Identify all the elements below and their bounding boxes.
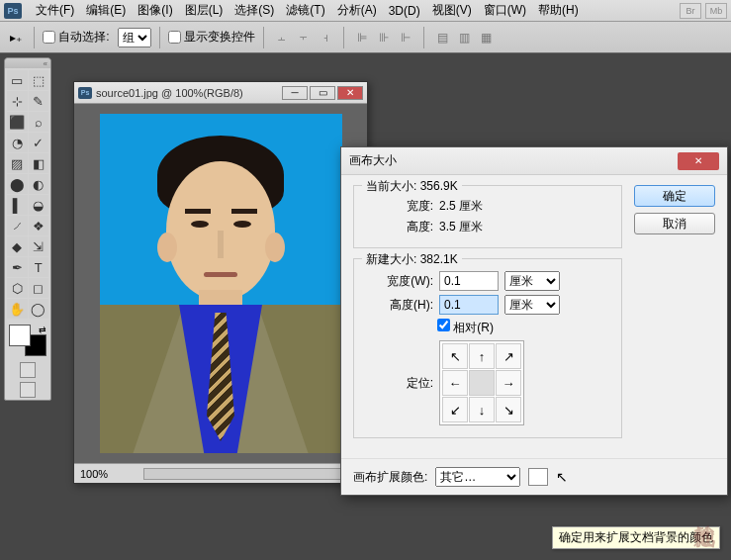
menu-image[interactable]: 图像(I) [132,2,178,19]
new-width-input[interactable] [439,271,499,291]
document-canvas[interactable] [74,104,367,463]
swap-colors-icon[interactable]: ⇄ [39,325,46,334]
dialog-title: 画布大小 [349,152,678,169]
tool-18[interactable]: ✒ [7,257,28,277]
color-swatch[interactable]: ⇄ [9,325,46,356]
auto-select-type[interactable]: 组 [118,28,151,47]
menu-edit[interactable]: 编辑(E) [80,2,132,19]
cursor-icon: ↖ [556,469,568,485]
tool-14[interactable]: ⟋ [7,216,28,235]
anchor-label: 定位: [364,375,433,392]
tool-8[interactable]: ▨ [7,153,28,173]
distrib-icons[interactable]: ⊫⊪⊩ [352,28,415,47]
document-titlebar[interactable]: Ps source01.jpg @ 100%(RGB/8) ─ ▭ ✕ [74,82,367,104]
menu-view[interactable]: 视图(V) [426,2,478,19]
tool-21[interactable]: ◻ [29,278,49,298]
window-minimize[interactable]: ─ [282,86,308,100]
bridge-button[interactable]: Br [680,3,701,19]
width-unit-select[interactable]: 厘米 [504,271,560,291]
current-size-legend: 当前大小: 356.9K [362,178,462,195]
new-width-label: 宽度(W): [364,273,433,290]
tool-11[interactable]: ◐ [29,174,49,194]
anchor-widget[interactable]: ↖↑↗ ←→ ↙↓↘ [439,340,524,425]
current-size-group: 当前大小: 356.9K 宽度:2.5 厘米 高度:3.5 厘米 [353,185,622,248]
tool-1[interactable]: ⬚ [29,70,49,90]
relative-checkbox[interactable]: 相对(R) [437,319,494,336]
ok-button[interactable]: 确定 [634,185,715,207]
canvas-size-dialog: 画布大小 ✕ 当前大小: 356.9K 宽度:2.5 厘米 高度:3.5 厘米 … [340,146,728,496]
panel-grip[interactable]: « [5,58,50,68]
window-maximize[interactable]: ▭ [310,86,335,100]
document-title: source01.jpg @ 100%(RGB/8) [96,87,280,99]
menu-layer[interactable]: 图层(L) [179,2,229,19]
tool-22[interactable]: ✋ [7,299,28,319]
tool-6[interactable]: ◔ [7,133,28,152]
dialog-close[interactable]: ✕ [678,152,719,170]
menubar: Ps 文件(F) 编辑(E) 图像(I) 图层(L) 选择(S) 滤镜(T) 分… [0,0,731,22]
screen-mode[interactable] [5,380,50,400]
new-size-group: 新建大小: 382.1K 宽度(W): 厘米 高度(H): 厘米 相对(R) [353,258,622,438]
tool-5[interactable]: ⌕ [29,112,49,132]
tool-17[interactable]: ⇲ [29,236,49,256]
tool-23[interactable]: ◯ [29,299,49,319]
cancel-button[interactable]: 取消 [634,213,715,234]
new-height-label: 高度(H): [364,297,433,314]
scrollbar[interactable] [143,468,344,480]
ps-doc-icon: Ps [78,87,92,99]
window-close[interactable]: ✕ [337,86,363,100]
menu-window[interactable]: 窗口(W) [478,2,532,19]
mb-button[interactable]: Mb [705,3,727,19]
tool-7[interactable]: ✓ [29,133,49,152]
ext-color-swatch[interactable] [528,468,548,486]
menu-3d[interactable]: 3D(D) [383,4,426,18]
tool-9[interactable]: ◧ [29,153,49,173]
auto-select[interactable]: 自动选择: [43,29,110,46]
tool-3[interactable]: ✎ [29,91,49,111]
zoom-level[interactable]: 100% [80,468,136,480]
dialog-titlebar[interactable]: 画布大小 ✕ [341,147,727,175]
align-icons-2[interactable]: ▤▥▦ [432,28,496,47]
menu-select[interactable]: 选择(S) [228,2,280,19]
document-window: Ps source01.jpg @ 100%(RGB/8) ─ ▭ ✕ 100%… [73,81,368,484]
menu-help[interactable]: 帮助(H) [532,2,585,19]
new-size-legend: 新建大小: 382.1K [362,251,462,268]
height-unit-select[interactable]: 厘米 [504,295,560,315]
ps-logo-icon: Ps [4,3,22,19]
menu-filter[interactable]: 滤镜(T) [280,2,330,19]
ext-color-label: 画布扩展颜色: [353,469,427,486]
tool-19[interactable]: T [29,257,49,277]
cur-height-label: 高度: [364,219,433,235]
options-bar: ▸₊ 自动选择: 组 显示变换控件 ⫠⫟⫞ ⊫⊪⊩ ▤▥▦ [0,22,731,53]
cur-height-value: 3.5 厘米 [439,219,493,235]
quickmask-mode[interactable] [5,360,50,380]
document-statusbar: 100% ◢ [74,463,367,483]
menu-file[interactable]: 文件(F) [30,2,80,19]
tooltip: 确定用来扩展文档背景的颜色 [552,526,720,549]
tool-13[interactable]: ◒ [29,195,49,215]
new-height-input[interactable] [439,295,499,315]
tool-0[interactable]: ▭ [7,70,28,90]
tool-2[interactable]: ⊹ [7,91,28,111]
tool-20[interactable]: ⬡ [7,278,28,298]
tool-16[interactable]: ◆ [7,236,28,256]
toolbox: « ▭⬚⊹✎⬛⌕◔✓▨◧⬤◐▌◒⟋❖◆⇲✒T⬡◻✋◯ ⇄ [4,57,51,401]
photo-content [100,114,342,453]
cur-width-label: 宽度: [364,198,433,215]
tool-10[interactable]: ⬤ [7,174,28,194]
ext-color-select[interactable]: 其它… [435,467,520,487]
menu-analysis[interactable]: 分析(A) [331,2,383,19]
tool-12[interactable]: ▌ [7,195,28,215]
move-tool-icon[interactable]: ▸₊ [6,28,26,47]
show-transform[interactable]: 显示变换控件 [168,29,255,46]
tool-4[interactable]: ⬛ [7,112,28,132]
tool-15[interactable]: ❖ [29,216,49,235]
align-icons[interactable]: ⫠⫟⫞ [272,28,335,47]
foreground-color[interactable] [9,325,31,346]
cur-width-value: 2.5 厘米 [439,198,493,215]
